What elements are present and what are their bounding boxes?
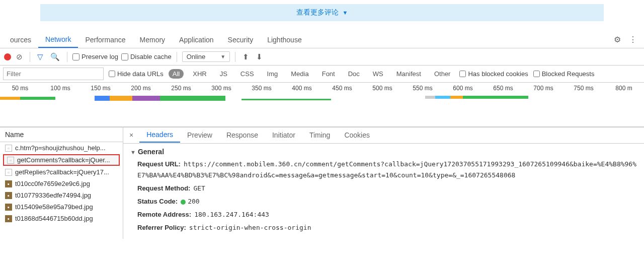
separator	[235, 52, 235, 62]
section-general[interactable]: ▼General	[130, 148, 637, 156]
request-list-header: Name	[0, 127, 123, 142]
status-dot-icon	[181, 200, 186, 205]
timeline-tick: 700 ms	[523, 85, 564, 94]
timeline-tick: 550 ms	[403, 85, 443, 94]
more-comments-label: 查看更多评论	[296, 8, 339, 16]
filter-type-font[interactable]: Font	[318, 69, 339, 79]
kv-value: strict-origin-when-cross-origin	[189, 224, 311, 231]
kv-label: Status Code:	[137, 198, 178, 205]
kv-request-url: Request URL:https://comment.mobilem.360.…	[137, 159, 637, 181]
disable-cache-label: Disable cache	[130, 53, 172, 60]
request-row[interactable]: ▫c.htm?p=shoujizhushou_help...	[0, 142, 123, 154]
blocked-requests-checkbox[interactable]: Blocked Requests	[533, 70, 595, 78]
timeline-ruler: 50 ms 100 ms 150 ms 200 ms 250 ms 300 ms…	[0, 83, 644, 94]
filter-type-manifest[interactable]: Manifest	[392, 69, 425, 79]
request-row[interactable]: ▪t015409e58e95a79bed.jpg	[0, 201, 123, 213]
tab-lighthouse[interactable]: Lighthouse	[260, 32, 309, 47]
devtools-tab-bar: ources Network Performance Memory Applic…	[0, 31, 644, 48]
image-icon: ▪	[5, 192, 12, 199]
tab-network[interactable]: Network	[38, 32, 78, 48]
tab-memory[interactable]: Memory	[133, 32, 173, 47]
filter-type-css[interactable]: CSS	[236, 69, 258, 79]
request-name: getComments?callback=jQuer...	[17, 156, 110, 164]
timeline-tick: 150 ms	[80, 85, 121, 94]
separator	[177, 52, 177, 62]
tab-performance[interactable]: Performance	[78, 32, 132, 47]
request-row[interactable]: ▪t01868d5446715b60dd.jpg	[0, 213, 123, 224]
request-name: c.htm?p=shoujizhushou_help...	[15, 144, 106, 152]
menu-icon[interactable]: ⋮	[625, 33, 641, 46]
clear-icon[interactable]: ⊘	[14, 51, 25, 62]
detail-tab-headers[interactable]: Headers	[139, 127, 180, 143]
hide-data-urls-label: Hide data URLs	[117, 70, 164, 78]
filter-type-media[interactable]: Media	[287, 69, 312, 79]
filter-icon[interactable]: ▽	[35, 51, 45, 62]
image-icon: ▪	[5, 215, 12, 222]
preserve-log-checkbox[interactable]: Preserve log	[72, 53, 118, 60]
has-blocked-cookies-label: Has blocked cookies	[468, 70, 528, 78]
has-blocked-cookies-checkbox[interactable]: Has blocked cookies	[459, 70, 528, 78]
filter-input[interactable]	[3, 68, 104, 80]
throttling-label: Online	[187, 53, 206, 60]
disable-cache-checkbox[interactable]: Disable cache	[121, 53, 172, 60]
kv-request-method: Request Method:GET	[137, 183, 637, 194]
kv-value: GET	[193, 184, 205, 192]
disclosure-triangle-icon: ▼	[130, 149, 136, 155]
timeline-tick: 500 ms	[362, 85, 403, 94]
timeline-bar	[110, 96, 132, 101]
filter-type-other[interactable]: Other	[430, 69, 455, 79]
filter-type-ws[interactable]: WS	[369, 69, 387, 79]
timeline-bar	[160, 96, 225, 101]
record-button[interactable]	[4, 53, 11, 60]
detail-tab-cookies[interactable]: Cookies	[337, 128, 377, 142]
detail-tab-bar: × Headers Preview Response Initiator Tim…	[123, 127, 644, 144]
hide-data-urls-checkbox[interactable]: Hide data URLs	[109, 70, 164, 78]
request-name: t01868d5446715b60dd.jpg	[15, 215, 93, 222]
upload-icon[interactable]: ⬆	[240, 51, 251, 62]
separator	[67, 52, 67, 62]
download-icon[interactable]: ⬇	[254, 51, 265, 62]
detail-tab-preview[interactable]: Preview	[180, 128, 219, 142]
timeline-tick: 50 ms	[0, 85, 40, 94]
detail-tab-timing[interactable]: Timing	[302, 128, 338, 142]
request-name: t015409e58e95a79bed.jpg	[15, 203, 93, 211]
filter-type-all[interactable]: All	[169, 69, 184, 79]
timeline-bar	[435, 96, 450, 99]
timeline-bar	[450, 96, 463, 99]
detail-tab-initiator[interactable]: Initiator	[265, 128, 302, 142]
throttling-select[interactable]: Online▼	[182, 51, 230, 62]
request-row[interactable]: ▪t010cc0fe7659e2e9c6.jpg	[0, 178, 123, 189]
timeline-tick: 200 ms	[121, 85, 161, 94]
timeline-bar	[242, 99, 331, 100]
timeline[interactable]: 50 ms 100 ms 150 ms 200 ms 250 ms 300 ms…	[0, 83, 644, 127]
more-comments-button[interactable]: 查看更多评论 ▼	[40, 4, 604, 21]
chevron-down-icon: ▼	[220, 54, 225, 59]
request-row-selected[interactable]: ▫getComments?callback=jQuer...	[3, 154, 120, 166]
request-name: getReplies?callback=jQuery17...	[15, 168, 109, 176]
filter-type-doc[interactable]: Doc	[344, 69, 364, 79]
kv-label: Referrer Policy:	[137, 224, 186, 231]
filter-type-xhr[interactable]: XHR	[189, 69, 210, 79]
request-name: t010cc0fe7659e2e9c6.jpg	[15, 180, 90, 187]
timeline-bar	[425, 96, 435, 99]
timeline-tick: 450 ms	[322, 85, 362, 94]
tab-application[interactable]: Application	[172, 32, 221, 47]
kv-value: https://comment.mobilem.360.cn/comment/g…	[137, 160, 636, 179]
tab-sources[interactable]: ources	[3, 32, 38, 47]
request-row[interactable]: ▫getReplies?callback=jQuery17...	[0, 166, 123, 178]
kv-remote-address: Remote Address:180.163.247.164:443	[137, 209, 637, 220]
tab-security[interactable]: Security	[221, 32, 261, 47]
filter-type-js[interactable]: JS	[216, 69, 231, 79]
filter-type-img[interactable]: Img	[263, 69, 282, 79]
gear-icon[interactable]: ⚙	[610, 33, 625, 46]
timeline-bar	[20, 97, 55, 100]
timeline-tick: 300 ms	[201, 85, 242, 94]
request-row[interactable]: ▪t010779336edfe74994.jpg	[0, 189, 123, 201]
detail-tab-response[interactable]: Response	[219, 128, 265, 142]
timeline-tick: 100 ms	[40, 85, 80, 94]
close-icon[interactable]: ×	[123, 129, 139, 141]
kv-value: 180.163.247.164:443	[194, 211, 269, 218]
kv-referrer-policy: Referrer Policy:strict-origin-when-cross…	[137, 222, 637, 233]
document-icon: ▫	[7, 157, 14, 164]
search-icon[interactable]: 🔍	[48, 51, 62, 62]
